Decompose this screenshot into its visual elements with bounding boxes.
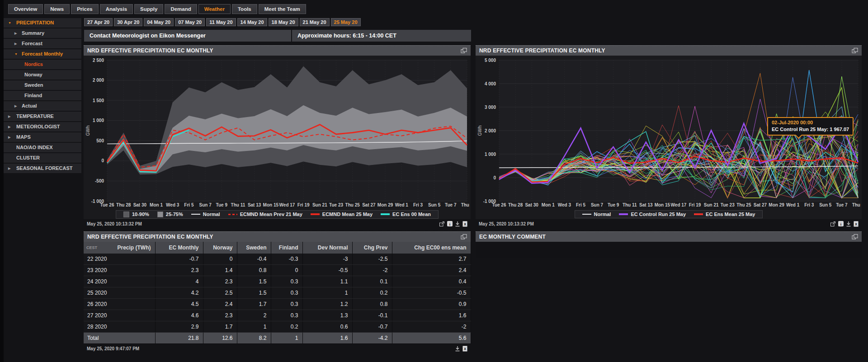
svg-text:Tue 7: Tue 7 (445, 202, 457, 207)
sidebar-item-maps[interactable]: ▶MAPS (4, 132, 81, 142)
sidebar-item-forecast[interactable]: ▶Forecast (4, 39, 81, 48)
row-label: 26 2020 (84, 299, 155, 310)
panel-footer: May 25, 2020 9:47:07 PM X (84, 344, 471, 353)
cell-value: -3 (302, 254, 352, 265)
sidebar-item-seasonal-forecast[interactable]: ▶SEASONAL FORECAST (4, 164, 81, 173)
contact-info: Contact Meteorologist on Eikon Messenger (84, 30, 291, 42)
external-link-icon[interactable] (439, 221, 445, 227)
svg-text:Sun 21: Sun 21 (312, 202, 327, 207)
svg-text:Mon 29: Mon 29 (769, 202, 784, 207)
svg-text:Fri 19: Fri 19 (297, 202, 310, 207)
precipitation-fan-chart-panel: NRD EFFECTIVE PRECIPITATION EC MONTHLY 2… (84, 45, 471, 228)
table-row: 28 20202.91.710.20.6-0.7-2 (84, 321, 471, 333)
date-tab-25-may-20[interactable]: 25 May 20 (331, 18, 361, 26)
nav-item-analysis[interactable]: Analysis (100, 4, 133, 14)
sidebar-item-summary[interactable]: ▶Summary (4, 28, 81, 38)
precipitation-table: CESTPrecip (TWh)EC MonthlyNorwaySwedenFi… (84, 242, 471, 344)
nav-item-weather[interactable]: Weather (198, 4, 231, 14)
legend-swatch (582, 214, 591, 215)
sidebar-item-sweden[interactable]: Sweden (4, 80, 81, 90)
row-label: Total (84, 333, 155, 344)
date-tab-07-may-20[interactable]: 07 May 20 (175, 18, 205, 26)
legend-swatch (694, 213, 703, 215)
table-header-row: CESTPrecip (TWh)EC MonthlyNorwaySwedenFi… (84, 242, 471, 254)
hours-info: Approximate hours: 6:15 - 14:00 CET (292, 30, 471, 42)
svg-text:X: X (855, 221, 858, 226)
sidebar-item-norway[interactable]: Norway (4, 70, 81, 80)
column-header-ec-monthly: EC Monthly (155, 242, 203, 254)
sidebar-item-cluster[interactable]: CLUSTER (4, 153, 81, 163)
nav-item-tools[interactable]: Tools (232, 4, 257, 14)
cell-value: 0.3 (271, 299, 302, 310)
cell-value: -2 (392, 321, 471, 333)
date-tab-30-apr-20[interactable]: 30 Apr 20 (114, 18, 142, 26)
svg-text:Thu 25: Thu 25 (345, 202, 360, 207)
column-header: Precip (TWh) (118, 244, 151, 251)
panel-header: NRD EFFECTIVE PRECIPITATION EC MONTHLY (476, 45, 862, 56)
row-label: 28 2020 (84, 321, 155, 333)
cell-value: 0.8 (352, 299, 392, 310)
date-tab-14-may-20[interactable]: 14 May 20 (237, 18, 267, 26)
download-icon[interactable] (455, 221, 460, 227)
fan-chart[interactable]: 2 5002 0001 5001 0005000-500-1 000Tue 26… (85, 56, 470, 209)
nav-item-prices[interactable]: Prices (71, 4, 99, 14)
excel-icon[interactable]: X (854, 221, 859, 227)
nav-item-meet-the-team[interactable]: Meet the Team (259, 4, 306, 14)
left-edge-strip (0, 0, 4, 362)
excel-icon[interactable]: X (462, 346, 467, 352)
sidebar-item-nao-ao-index[interactable]: NAO/AO INDEX (4, 143, 81, 152)
svg-text:Mon 15: Mon 15 (263, 202, 279, 207)
info-icon[interactable]: i (838, 221, 844, 226)
sidebar-item-nordics[interactable]: Nordics (4, 60, 81, 69)
precipitation-ensemble-chart-panel: NRD EFFECTIVE PRECIPITATION EC MONTHLY 5… (476, 45, 862, 228)
nav-item-supply[interactable]: Supply (134, 4, 163, 14)
svg-text:Thu 28: Thu 28 (508, 202, 523, 207)
info-bar: Contact Meteorologist on Eikon Messenger… (84, 30, 471, 42)
chart-area: 2 5002 0001 5001 0005000-500-1 000Tue 26… (84, 56, 471, 209)
download-icon[interactable] (455, 346, 460, 352)
legend-item-normal: Normal (582, 212, 611, 217)
ec-monthly-comment-panel: EC MONTHLY COMMENT (476, 231, 862, 258)
excel-icon[interactable]: X (462, 221, 467, 227)
cell-value: -0.5 (392, 287, 471, 299)
sidebar-item-actual[interactable]: ▶Actual (4, 101, 81, 111)
svg-text:-500: -500 (95, 179, 104, 183)
sidebar-item-forecast-monthly[interactable]: ▼Forecast Monthly (4, 49, 81, 59)
nav-item-news[interactable]: News (44, 4, 70, 14)
info-icon[interactable]: i (447, 221, 453, 226)
sidebar-item-precipitation[interactable]: ▼PRECIPITATION (4, 18, 81, 28)
external-link-icon[interactable] (830, 221, 836, 227)
nav-item-overview[interactable]: Overview (8, 4, 43, 14)
nav-item-demand[interactable]: Demand (165, 4, 197, 14)
cell-value: 1.4 (203, 265, 237, 276)
popout-icon[interactable] (852, 234, 858, 240)
date-tab-18-may-20[interactable]: 18 May 20 (269, 18, 298, 26)
sidebar-item-meteorologist[interactable]: ▶METEOROLOGIST (4, 122, 81, 132)
popout-icon[interactable] (461, 48, 467, 53)
cell-value: -4.2 (352, 333, 392, 344)
cell-value: -0.7 (155, 254, 203, 265)
date-tab-27-apr-20[interactable]: 27 Apr 20 (84, 18, 113, 26)
cell-value: 2.4 (203, 299, 237, 310)
date-tab-04-may-20[interactable]: 04 May 20 (144, 18, 174, 26)
panel-title: NRD EFFECTIVE PRECIPITATION EC MONTHLY (479, 47, 605, 54)
cell-value: 21.8 (155, 333, 203, 344)
popout-icon[interactable] (461, 234, 467, 240)
sidebar-item-finland[interactable]: Finland (4, 91, 81, 100)
cell-value: 1.6 (302, 333, 352, 344)
svg-text:Tue 26: Tue 26 (100, 202, 114, 207)
svg-text:Tue 9: Tue 9 (216, 202, 228, 207)
legend-item-ec-ens-mean-25-may: EC Ens Mean 25 May (694, 212, 755, 217)
cell-value: 1.3 (302, 310, 352, 321)
sidebar-item-temperature[interactable]: ▶TEMPERATURE (4, 112, 81, 121)
svg-text:Sun 7: Sun 7 (591, 202, 604, 207)
popout-icon[interactable] (852, 48, 858, 53)
chart-legend: 10-90%25-75%NormalECMND Mean Prev 21 May… (84, 209, 471, 219)
date-tab-21-may-20[interactable]: 21 May 20 (300, 18, 330, 26)
download-icon[interactable] (846, 221, 851, 227)
svg-text:Thu 11: Thu 11 (231, 202, 245, 207)
cell-value: 1 (302, 287, 352, 299)
column-header-chg-ec00-ens-mean: Chg EC00 ens mean (392, 242, 471, 254)
cell-value: 1.6 (392, 310, 471, 321)
date-tab-11-may-20[interactable]: 11 May 20 (206, 18, 236, 26)
